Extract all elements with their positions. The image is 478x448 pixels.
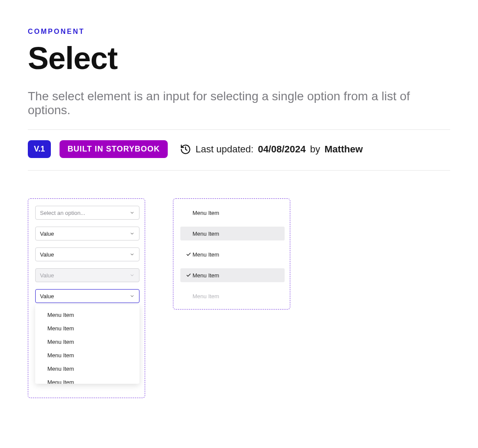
updated-date: 04/08/2024 bbox=[258, 144, 305, 155]
history-icon bbox=[180, 144, 191, 155]
dropdown-item[interactable]: Menu Item bbox=[35, 376, 139, 384]
dropdown-item[interactable]: Menu Item bbox=[35, 362, 139, 376]
updated-author: Matthew bbox=[325, 144, 363, 155]
select-states-box: Select an option... Value Value Value Va… bbox=[28, 198, 145, 398]
dropdown-item[interactable]: Menu Item bbox=[35, 308, 139, 322]
select-dropdown[interactable]: Menu Item Menu Item Menu Item Menu Item … bbox=[35, 305, 139, 384]
select-value[interactable]: Value bbox=[35, 227, 139, 240]
storybook-badge[interactable]: BUILT IN STORYBOOK bbox=[60, 140, 168, 158]
check-slot bbox=[185, 273, 193, 278]
select-value-text: Value bbox=[40, 231, 54, 237]
menu-item-label: Menu Item bbox=[193, 210, 219, 216]
dropdown-item[interactable]: Menu Item bbox=[35, 349, 139, 362]
dropdown-item[interactable]: Menu Item bbox=[35, 335, 139, 349]
by-label: by bbox=[310, 144, 320, 155]
select-focused-text: Value bbox=[40, 293, 54, 300]
check-icon bbox=[186, 273, 191, 278]
check-slot bbox=[185, 252, 193, 257]
chevron-down-icon bbox=[129, 293, 135, 299]
meta-row: V.1 BUILT IN STORYBOOK Last updated: 04/… bbox=[28, 140, 450, 158]
updated-label: Last updated: bbox=[196, 144, 253, 155]
menu-item-default[interactable]: Menu Item bbox=[180, 206, 285, 220]
eyebrow: COMPONENT bbox=[28, 28, 450, 36]
page-subtitle: The select element is an input for selec… bbox=[28, 89, 450, 117]
divider bbox=[28, 129, 450, 130]
chevron-down-icon bbox=[129, 252, 135, 257]
menu-item-disabled: Menu Item bbox=[180, 289, 285, 303]
last-updated: Last updated: 04/08/2024 by Matthew bbox=[180, 144, 363, 155]
menu-item-hover[interactable]: Menu Item bbox=[180, 227, 285, 240]
menu-item-states-box: Menu Item Menu Item Menu Item Menu bbox=[173, 198, 290, 310]
select-focused[interactable]: Value bbox=[35, 289, 139, 303]
divider bbox=[28, 170, 450, 171]
check-icon bbox=[186, 252, 191, 257]
chevron-down-icon bbox=[129, 231, 135, 236]
select-placeholder-text: Select an option... bbox=[40, 210, 85, 216]
menu-item-selected[interactable]: Menu Item bbox=[180, 247, 285, 261]
chevron-down-icon bbox=[129, 273, 135, 278]
select-disabled-text: Value bbox=[40, 272, 54, 279]
page-title: Select bbox=[28, 43, 450, 74]
select-value[interactable]: Value bbox=[35, 247, 139, 261]
select-disabled: Value bbox=[35, 268, 139, 282]
menu-item-label: Menu Item bbox=[193, 293, 219, 300]
select-placeholder[interactable]: Select an option... bbox=[35, 206, 139, 220]
menu-item-label: Menu Item bbox=[193, 251, 219, 258]
dropdown-item[interactable]: Menu Item bbox=[35, 322, 139, 335]
menu-item-label: Menu Item bbox=[193, 231, 219, 237]
version-badge: V.1 bbox=[28, 140, 51, 158]
menu-item-label: Menu Item bbox=[193, 272, 219, 279]
chevron-down-icon bbox=[129, 210, 135, 215]
menu-item-selected-hover[interactable]: Menu Item bbox=[180, 268, 285, 282]
select-value-text: Value bbox=[40, 251, 54, 258]
